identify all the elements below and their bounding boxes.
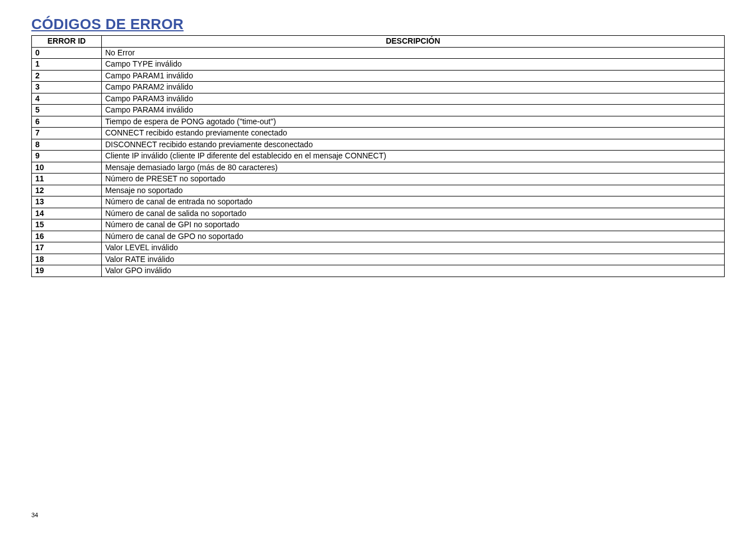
table-row: 11 Número de PRESET no soportado: [32, 174, 725, 185]
table-row: 18 Valor RATE inválido: [32, 254, 725, 265]
table-header-row: ERROR ID DESCRIPCIÓN: [32, 36, 725, 48]
table-row: 10 Mensaje demasiado largo (más de 80 ca…: [32, 162, 725, 174]
cell-description: Campo PARAM1 inválido: [102, 70, 725, 82]
cell-error-id: 12: [32, 185, 102, 196]
cell-error-id: 18: [32, 254, 102, 265]
cell-error-id: 19: [32, 265, 102, 277]
cell-description: Tiempo de espera de PONG agotado ("time-…: [102, 116, 725, 128]
page-title: CÓDIGOS DE ERROR: [31, 16, 725, 33]
cell-error-id: 13: [32, 196, 102, 208]
cell-error-id: 15: [32, 219, 102, 231]
table-row: 19 Valor GPO inválido: [32, 265, 725, 277]
cell-description: Campo TYPE inválido: [102, 59, 725, 71]
cell-description: Valor RATE inválido: [102, 254, 725, 265]
cell-error-id: 16: [32, 231, 102, 242]
table-row: 5 Campo PARAM4 inválido: [32, 105, 725, 116]
cell-description: Mensaje demasiado largo (más de 80 carac…: [102, 162, 725, 174]
cell-error-id: 6: [32, 116, 102, 128]
cell-description: Valor LEVEL inválido: [102, 242, 725, 254]
cell-error-id: 3: [32, 82, 102, 93]
cell-error-id: 8: [32, 139, 102, 151]
cell-description: Número de PRESET no soportado: [102, 174, 725, 185]
table-row: 4 Campo PARAM3 inválido: [32, 93, 725, 105]
table-row: 7 CONNECT recibido estando previamente c…: [32, 128, 725, 139]
table-row: 2 Campo PARAM1 inválido: [32, 70, 725, 82]
table-row: 15 Número de canal de GPI no soportado: [32, 219, 725, 231]
cell-description: Campo PARAM3 inválido: [102, 93, 725, 105]
cell-error-id: 14: [32, 208, 102, 219]
header-error-id: ERROR ID: [32, 36, 102, 48]
cell-description: DISCONNECT recibido estando previamente …: [102, 139, 725, 151]
table-row: 16 Número de canal de GPO no soportado: [32, 231, 725, 242]
cell-error-id: 9: [32, 151, 102, 162]
table-row: 17 Valor LEVEL inválido: [32, 242, 725, 254]
cell-description: Campo PARAM2 inválido: [102, 82, 725, 93]
table-row: 8 DISCONNECT recibido estando previament…: [32, 139, 725, 151]
table-row: 3 Campo PARAM2 inválido: [32, 82, 725, 93]
cell-description: No Error: [102, 47, 725, 59]
table-row: 12 Mensaje no soportado: [32, 185, 725, 196]
table-row: 9 Cliente IP inválido (cliente IP difere…: [32, 151, 725, 162]
table-row: 13 Número de canal de entrada no soporta…: [32, 196, 725, 208]
cell-error-id: 17: [32, 242, 102, 254]
cell-error-id: 11: [32, 174, 102, 185]
cell-error-id: 4: [32, 93, 102, 105]
table-row: 6 Tiempo de espera de PONG agotado ("tim…: [32, 116, 725, 128]
cell-error-id: 2: [32, 70, 102, 82]
cell-error-id: 5: [32, 105, 102, 116]
header-description: DESCRIPCIÓN: [102, 36, 725, 48]
cell-description: Número de canal de entrada no soportado: [102, 196, 725, 208]
document-page: CÓDIGOS DE ERROR ERROR ID DESCRIPCIÓN 0 …: [0, 0, 756, 534]
cell-description: Campo PARAM4 inválido: [102, 105, 725, 116]
cell-description: Mensaje no soportado: [102, 185, 725, 196]
cell-error-id: 0: [32, 47, 102, 59]
cell-description: Número de canal de GPI no soportado: [102, 219, 725, 231]
cell-error-id: 1: [32, 59, 102, 71]
cell-description: Número de canal de GPO no soportado: [102, 231, 725, 242]
cell-description: Cliente IP inválido (cliente IP diferent…: [102, 151, 725, 162]
cell-error-id: 10: [32, 162, 102, 174]
error-codes-table: ERROR ID DESCRIPCIÓN 0 No Error 1 Campo …: [31, 35, 725, 277]
cell-error-id: 7: [32, 128, 102, 139]
cell-description: Número de canal de salida no soportado: [102, 208, 725, 219]
table-row: 0 No Error: [32, 47, 725, 59]
page-number: 34: [31, 512, 38, 518]
table-row: 14 Número de canal de salida no soportad…: [32, 208, 725, 219]
cell-description: Valor GPO inválido: [102, 265, 725, 277]
cell-description: CONNECT recibido estando previamente con…: [102, 128, 725, 139]
table-row: 1 Campo TYPE inválido: [32, 59, 725, 71]
